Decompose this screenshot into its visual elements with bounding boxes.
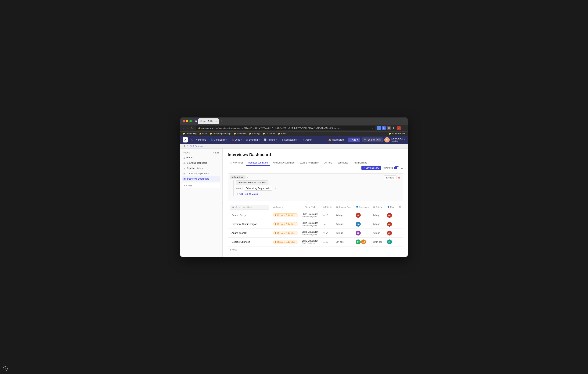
- extension-icon-1[interactable]: ✦: [377, 126, 381, 130]
- add-view-button[interactable]: + + Add: [182, 183, 220, 188]
- notifications-button[interactable]: 🔔 Notifications: [326, 138, 346, 142]
- condition-value-select[interactable]: Scheduling Requested ▾: [244, 186, 272, 191]
- bookmark-ta-leaders[interactable]: 📁 TA leaders: [262, 132, 275, 135]
- new-filter-tab[interactable]: ▽ New Filter: [228, 160, 246, 166]
- url-bar[interactable]: 🔒 app.ashbyhq.com/home/interviews-dashbo…: [196, 126, 376, 130]
- chevron-down-icon: ▾: [226, 139, 227, 141]
- user-company: Nocobird: [391, 140, 403, 142]
- rows-count: 4 Rows: [228, 246, 403, 253]
- sidebar-item-candidate-experience[interactable]: ◎ Candidate experience: [182, 171, 220, 176]
- sourcing-icon: ◎: [246, 139, 248, 141]
- browser-menu-icon[interactable]: ⋮: [402, 126, 405, 130]
- col-stage-job: →| Stage / Job: [300, 204, 321, 211]
- back-button[interactable]: ‹: [183, 126, 185, 130]
- col-priority: ⊙ Priority: [321, 204, 334, 211]
- assignees-col-icon: 👤: [356, 206, 358, 208]
- active-tab[interactable]: Home • Ashby ×: [198, 118, 219, 124]
- date-col-icon: ▦: [373, 206, 375, 208]
- sidebar-item-interviews-dashboard[interactable]: ▦ Interviews Dashboard: [182, 176, 220, 182]
- filter-tab-has-declines[interactable]: Has Declines: [351, 160, 370, 166]
- save-as-new-button[interactable]: + Save as New: [361, 166, 381, 170]
- nav-item-sourcing[interactable]: ◎ Sourcing ▾: [244, 137, 262, 142]
- filter-tab-request-submitted[interactable]: Request Submitted: [246, 160, 270, 166]
- bookmark-label: Recurring meetings: [213, 132, 231, 135]
- row-expand-icon[interactable]: ›: [230, 223, 230, 225]
- row-expand-icon[interactable]: ›: [230, 214, 230, 216]
- filter-tab-scheduled[interactable]: Scheduled: [335, 160, 351, 166]
- add-button[interactable]: + Add ▾: [348, 138, 360, 142]
- discard-button[interactable]: Discard: [384, 175, 397, 180]
- nav-item-pipeline[interactable]: ≡ Pipeline: [194, 137, 208, 142]
- condition-menu-icon[interactable]: ···: [270, 181, 272, 184]
- candidate-name[interactable]: George Okuneva: [231, 240, 250, 243]
- maximize-button[interactable]: [189, 120, 192, 122]
- user-info[interactable]: JO Jane Ortega Nocobird ▾: [384, 137, 405, 142]
- row-expand-icon[interactable]: ›: [230, 241, 230, 243]
- tab-close-icon[interactable]: ×: [215, 120, 217, 122]
- minimize-button[interactable]: [186, 120, 188, 122]
- add-field-to-match-button[interactable]: + Add Field to Match ···: [236, 192, 276, 196]
- stage-col-icon: →|: [302, 206, 304, 208]
- close-button[interactable]: [183, 120, 185, 122]
- row-expand-icon[interactable]: ›: [230, 232, 230, 234]
- nav-item-dashboards[interactable]: ▦ Dashboards ▾: [280, 137, 300, 142]
- reload-button[interactable]: ↻: [190, 126, 194, 130]
- nav-item-candidates[interactable]: 👤 Candidates ▾: [209, 137, 229, 142]
- sidebar-item-home[interactable]: ⌂ Home: [182, 155, 220, 160]
- bookmark-folder-icon: 📁: [389, 132, 391, 135]
- candidate-name[interactable]: Adam Wisozk: [231, 232, 246, 234]
- date-sort-icon[interactable]: ▲: [381, 206, 383, 208]
- table-settings-icon[interactable]: ⚙: [399, 206, 401, 209]
- add-field-menu-icon[interactable]: ···: [259, 192, 261, 195]
- tab-overflow-icon[interactable]: ▾: [404, 120, 405, 122]
- sidebar-edit-button[interactable]: ✎ Edit: [213, 151, 219, 154]
- priority-label: p0: [326, 214, 328, 216]
- collapse-filter-icon[interactable]: ▲: [401, 167, 403, 169]
- ashby-logo[interactable]: A: [183, 137, 188, 142]
- new-tab-button[interactable]: +: [220, 119, 224, 123]
- extension-icon-3[interactable]: ⊞: [387, 126, 391, 130]
- filter-tab-waiting-availability[interactable]: Waiting Availability: [297, 160, 321, 166]
- all-bookmarks[interactable]: 📁 All Bookmarks: [389, 132, 405, 135]
- forward-button[interactable]: ›: [187, 126, 189, 130]
- bookmark-pmm[interactable]: 📁 PMM: [199, 132, 207, 135]
- col-label: Priority: [325, 206, 332, 208]
- filter-tab-on-hold[interactable]: On Hold: [321, 160, 335, 166]
- date-value: 8min ago: [373, 241, 382, 243]
- col-request-date: ▦ Request Date: [334, 204, 354, 211]
- sort-icon[interactable]: ⇅: [282, 206, 284, 208]
- bookmark-star-icon[interactable]: ☆: [371, 127, 373, 129]
- bookmark-specs[interactable]: 📁 Specs: [278, 132, 287, 135]
- candidate-name[interactable]: Giovanni Cronin-Pagac: [231, 223, 257, 225]
- conditions-menu-icon[interactable]: ···: [247, 176, 249, 179]
- date-value: 2d ago: [373, 223, 380, 225]
- candidate-search-input[interactable]: 🔍 Search candidate...: [230, 205, 269, 210]
- browser-profile-icon[interactable]: J: [397, 126, 401, 130]
- bookmark-resources[interactable]: 📁 Resources: [234, 132, 247, 135]
- advanced-toggle-switch[interactable]: [394, 166, 399, 169]
- bookmark-strategy[interactable]: 📁 Strategy: [249, 132, 260, 135]
- status-label: Request Submitted: [277, 241, 295, 243]
- priority-low-icon: ◎: [323, 232, 325, 234]
- nav-item-reports[interactable]: 📊 Reports ▾: [262, 137, 279, 142]
- add-field-label: + Add Field to Match: [237, 193, 258, 195]
- sidebar-item-sourcing[interactable]: ◎ Sourcing dashboard: [182, 160, 220, 166]
- delete-filter-icon[interactable]: 🗑: [398, 176, 401, 179]
- sidebar-item-label: Interviews Dashboard: [187, 178, 209, 180]
- search-button[interactable]: 🔍 Search ⌘K: [362, 138, 383, 142]
- col-status: ⊙ Status ⇅: [271, 204, 300, 211]
- download-icon[interactable]: ⬇: [392, 126, 396, 130]
- status-dot-icon: [275, 241, 276, 243]
- home-nav-button[interactable]: ⌂: [189, 138, 194, 142]
- nav-right: 🔔 Notifications + Add ▾ 🔍 Search ⌘K JO J…: [326, 137, 405, 142]
- extension-icon-ashby[interactable]: A: [382, 126, 386, 130]
- candidate-name[interactable]: Benton Ferry: [231, 214, 246, 216]
- nav-item-admin[interactable]: ⚙ Admin: [301, 137, 314, 142]
- bookmark-recurring[interactable]: 📁 Recurring meetings: [210, 132, 231, 135]
- date-value: 1d ago: [373, 232, 380, 234]
- bookmark-onboarding[interactable]: 📁 Onboarding: [183, 132, 197, 135]
- nav-item-jobs[interactable]: 💼 Jobs ▾: [230, 137, 244, 142]
- sidebar-item-pipeline-history[interactable]: ↗ Pipeline History: [182, 166, 220, 171]
- value-menu-icon[interactable]: ···: [274, 187, 276, 190]
- filter-tab-availability-submitted[interactable]: Availability Submitted: [270, 160, 297, 166]
